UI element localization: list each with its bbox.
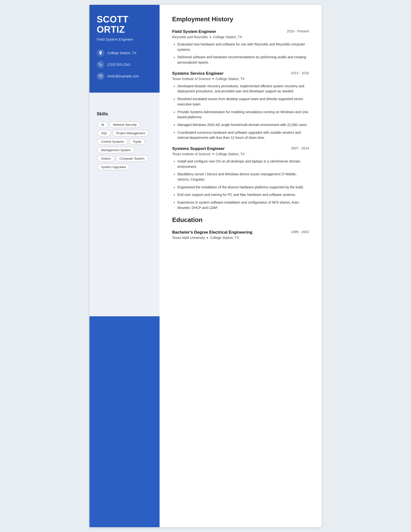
skill-tag: Control Systems xyxy=(97,138,128,145)
education-heading: Education xyxy=(172,216,309,225)
resume-container: SCOTT ORTIZ Field System Engineer Colleg… xyxy=(89,5,322,527)
email-icon xyxy=(97,72,104,80)
job-location: College Station, TX xyxy=(216,77,245,81)
school-location: College Station, TX xyxy=(210,236,239,240)
job-bullet: Evaluated new hardware and software for … xyxy=(177,42,309,52)
skills-section: Skills ItilNetwork SecuritySQLProject Ma… xyxy=(97,112,152,171)
job-header: Systems Service Engineer 2014 - 2016 xyxy=(172,71,309,76)
job-entry: Systems Service Engineer 2014 - 2016 Tex… xyxy=(172,71,309,141)
edu-header: Bachelor's Degree Electrical Engineering… xyxy=(172,230,309,235)
candidate-title: Field System Engineer xyxy=(97,37,152,41)
phone-item: (210) 555-1541 xyxy=(97,61,152,68)
email-item: sortiz@example.com xyxy=(97,72,152,80)
job-bullet: Developed disaster recovery procedures, … xyxy=(177,84,309,94)
bullets-list: Install and configure new OS on all desk… xyxy=(172,159,309,211)
edu-date: 1999 - 2002 xyxy=(291,230,309,234)
bullets-list: Developed disaster recovery procedures, … xyxy=(172,84,309,141)
company-name: Texas Institute of Science xyxy=(172,77,211,81)
job-bullet: Managed Windows 2003 AD single forest/mu… xyxy=(177,122,309,128)
job-date: 2007 - 2014 xyxy=(291,146,309,150)
location-icon xyxy=(97,49,104,57)
location-text: College Station, TX xyxy=(107,51,136,55)
skill-tag: Itil xyxy=(97,121,108,128)
skill-tag: Management System xyxy=(97,147,134,153)
phone-icon xyxy=(97,61,104,68)
sidebar-header: SCOTT ORTIZ Field System Engineer Colleg… xyxy=(89,5,159,93)
skills-list: ItilNetwork SecuritySQLProject Managemen… xyxy=(97,120,152,171)
job-header: Systems Support Engineer 2007 - 2014 xyxy=(172,146,309,151)
skill-tag: Tcp/Ip xyxy=(129,138,145,145)
job-location: College Station, TX xyxy=(216,152,245,156)
job-bullet: Delivered software and hardware recommen… xyxy=(177,55,309,65)
job-bullet: Provide Systems Administration for model… xyxy=(177,110,309,120)
skill-tag: Computer System xyxy=(116,155,148,162)
employment-heading: Employment History xyxy=(172,16,309,24)
job-header: Field System Engineer 2016 - Present xyxy=(172,29,309,34)
job-title: Systems Support Engineer xyxy=(172,146,224,151)
separator-dot xyxy=(213,78,214,79)
sidebar: SCOTT ORTIZ Field System Engineer Colleg… xyxy=(89,5,159,527)
job-company: Texas Institute of Science College Stati… xyxy=(172,77,309,81)
email-text: sortiz@example.com xyxy=(107,74,139,78)
candidate-name: SCOTT ORTIZ xyxy=(97,15,152,35)
separator-dot xyxy=(213,153,214,154)
company-name: Reynolds and Reynolds xyxy=(172,35,208,39)
phone-text: (210) 555-1541 xyxy=(107,63,131,66)
job-bullet: Coordinated numerous hardware and softwa… xyxy=(177,130,309,141)
job-bullet: Install and configure new OS on all desk… xyxy=(177,159,309,169)
job-bullet: Engineered the installation of the diver… xyxy=(177,185,309,190)
job-location: College Station, TX xyxy=(213,35,242,39)
job-date: 2014 - 2016 xyxy=(291,71,309,75)
skill-tag: SQL xyxy=(97,130,111,136)
edu-school: Texas A&M University College Station, TX xyxy=(172,236,309,240)
job-title: Field System Engineer xyxy=(172,29,216,34)
job-title: Systems Service Engineer xyxy=(172,71,224,76)
job-date: 2016 - Present xyxy=(287,29,309,33)
job-bullet: End user support and training for PC and… xyxy=(177,192,309,198)
education-list: Bachelor's Degree Electrical Engineering… xyxy=(172,230,309,240)
job-entry: Field System Engineer 2016 - Present Rey… xyxy=(172,29,309,65)
location-item: College Station, TX xyxy=(97,49,152,57)
job-entry: Systems Support Engineer 2007 - 2014 Tex… xyxy=(172,146,309,211)
job-company: Texas Institute of Science College Stati… xyxy=(172,152,309,156)
separator-dot xyxy=(207,237,208,238)
jobs-list: Field System Engineer 2016 - Present Rey… xyxy=(172,29,309,210)
employment-section: Employment History Field System Engineer… xyxy=(172,16,309,210)
skills-heading: Skills xyxy=(97,112,152,116)
job-company: Reynolds and Reynolds College Station, T… xyxy=(172,35,309,39)
job-bullet: BlackBerry server / Device and Windows d… xyxy=(177,172,309,182)
school-name: Texas A&M University xyxy=(172,236,205,240)
edu-degree: Bachelor's Degree Electrical Engineering xyxy=(172,230,252,235)
education-entry: Bachelor's Degree Electrical Engineering… xyxy=(172,230,309,240)
education-section: Education Bachelor's Degree Electrical E… xyxy=(172,216,309,240)
contact-section: College Station, TX (210) 555-1541 xyxy=(97,49,152,80)
skill-tag: Network Security xyxy=(109,121,140,128)
skill-tag: Solaris xyxy=(97,155,114,162)
job-bullet: Experience in system software installati… xyxy=(177,200,309,210)
skill-tag: System Upgrades xyxy=(97,164,130,170)
job-bullet: Resolved escalated issues from desktop s… xyxy=(177,96,309,107)
separator-dot xyxy=(210,37,211,38)
skill-tag: Project Management xyxy=(112,130,149,136)
main-content: Employment History Field System Engineer… xyxy=(159,5,322,527)
bullets-list: Evaluated new hardware and software for … xyxy=(172,42,309,65)
company-name: Texas Institute of Science xyxy=(172,152,211,156)
